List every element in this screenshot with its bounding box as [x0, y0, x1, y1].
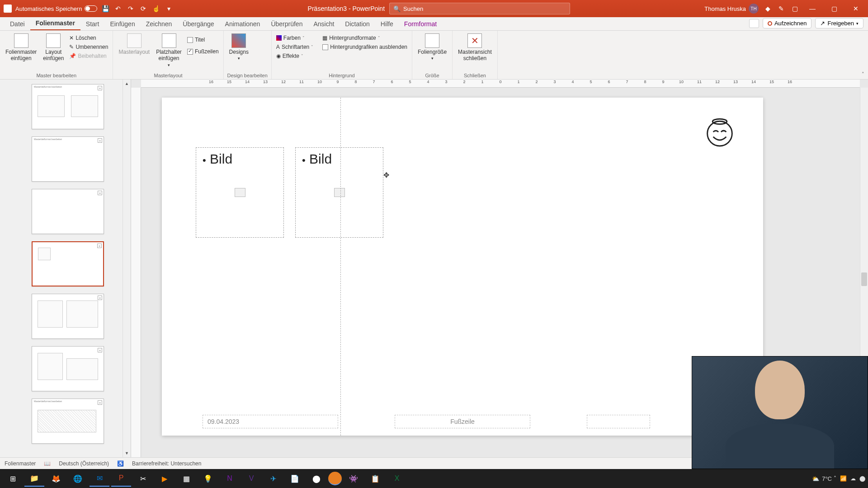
hide-bg-graphics-checkbox[interactable]: Hintergrundgrafiken ausblenden: [321, 43, 408, 51]
scroll-up-icon[interactable]: ▲: [123, 80, 131, 88]
share-button[interactable]: ↗ Freigeben ▾: [815, 18, 863, 28]
avatar: TH: [749, 4, 759, 14]
tab-hilfe[interactable]: Hilfe: [375, 18, 399, 30]
date-placeholder[interactable]: 09.04.2023: [203, 415, 338, 428]
pen-icon[interactable]: ✎: [777, 4, 786, 13]
maximize-button[interactable]: ▢: [826, 2, 843, 15]
start-button[interactable]: ⊞: [3, 470, 23, 487]
app-icon-1[interactable]: ▦: [176, 470, 196, 487]
firefox-icon[interactable]: 🦊: [46, 470, 66, 487]
diamond-icon[interactable]: ◆: [763, 4, 772, 13]
footers-checkbox[interactable]: Fußzeilen: [186, 48, 220, 55]
rename-button[interactable]: ✎Umbenennen: [68, 43, 109, 51]
layout-thumbnail[interactable]: × Mastertitelformat bearbeiten: [32, 84, 104, 129]
tab-folienmaster[interactable]: Folienmaster: [30, 17, 80, 30]
slide-size-button[interactable]: Foliengröße ▾: [416, 33, 448, 62]
delete-button[interactable]: ✕Löschen: [68, 34, 109, 42]
insert-layout-button[interactable]: Layout einfügen: [41, 33, 66, 63]
tray-network-icon[interactable]: 📶: [840, 475, 847, 482]
tray-cloud-icon[interactable]: ☁: [850, 475, 856, 482]
user-account[interactable]: Thomas Hruska TH: [704, 4, 759, 14]
excel-icon[interactable]: X: [387, 470, 407, 487]
status-view[interactable]: Folienmaster: [5, 460, 36, 467]
tray-chevron-icon[interactable]: ˄: [834, 475, 836, 482]
minimize-button[interactable]: —: [804, 2, 821, 15]
tab-dictation[interactable]: Dictation: [340, 18, 375, 30]
autosave-toggle[interactable]: Automatisches Speichern: [15, 5, 97, 12]
group-label-groesse: Größe: [416, 72, 448, 78]
onenote-icon[interactable]: N: [220, 470, 240, 487]
touch-icon[interactable]: ☝: [151, 4, 160, 13]
themes-button[interactable]: Designs ▾: [227, 33, 250, 62]
app-icon-5[interactable]: 📋: [365, 470, 385, 487]
save-icon[interactable]: 💾: [101, 4, 110, 13]
vertical-guide: [340, 98, 341, 436]
tab-einfuegen[interactable]: Einfügen: [104, 18, 140, 30]
snip-icon[interactable]: ✂: [133, 470, 153, 487]
layout-thumbnail[interactable]: ×: [32, 294, 104, 339]
layout-thumbnail[interactable]: × Mastertitelformat bearbeiten: [32, 399, 104, 444]
scroll-down-icon[interactable]: ▼: [123, 449, 131, 457]
background-styles-dropdown[interactable]: ▦Hintergrundformate: [321, 34, 408, 42]
tab-datei[interactable]: Datei: [5, 18, 30, 30]
outlook-icon[interactable]: ✉: [90, 470, 109, 487]
undo-icon[interactable]: ↶: [113, 4, 123, 13]
effects-dropdown[interactable]: ◉Effekte: [275, 52, 314, 60]
colors-dropdown[interactable]: Farben: [275, 34, 314, 42]
record-icon: [768, 21, 772, 26]
svg-point-1: [708, 121, 732, 146]
visualstudio-icon[interactable]: V: [241, 470, 261, 487]
status-spell-icon[interactable]: 📖: [44, 460, 51, 467]
telegram-icon[interactable]: ✈: [263, 470, 283, 487]
tab-formformat[interactable]: Formformat: [399, 18, 442, 30]
insert-placeholder-button[interactable]: Platzhalter einfügen ▾: [154, 33, 184, 69]
close-button[interactable]: ✕: [847, 2, 864, 15]
weather-widget[interactable]: ⛅ 7°C: [812, 475, 832, 482]
title-checkbox[interactable]: Titel: [186, 36, 220, 43]
record-button[interactable]: Aufzeichnen: [763, 18, 812, 28]
group-label-hintergrund: Hintergrund: [275, 72, 408, 78]
layout-thumbnail-selected[interactable]: ×: [32, 241, 104, 286]
repeat-icon[interactable]: ⟳: [139, 4, 148, 13]
delete-icon: ✕: [69, 35, 74, 41]
tab-animationen[interactable]: Animationen: [220, 18, 266, 30]
window-icon[interactable]: ▢: [790, 4, 799, 13]
fonts-dropdown[interactable]: ASchriftarten: [275, 43, 314, 51]
system-tray[interactable]: ˄ 📶 ☁ ⬤: [834, 475, 865, 482]
search-box[interactable]: 🔍 Suchen: [389, 3, 570, 14]
collapse-ribbon-icon[interactable]: ˄: [862, 71, 864, 77]
tray-app-icon[interactable]: ⬤: [859, 475, 865, 482]
tab-ueberpruefen[interactable]: Überprüfen: [265, 18, 308, 30]
redo-icon[interactable]: ↷: [126, 4, 135, 13]
status-language[interactable]: Deutsch (Österreich): [59, 460, 109, 467]
insert-slidemaster-button[interactable]: Folienmaster einfügen: [4, 33, 38, 63]
chrome-icon[interactable]: 🌐: [68, 470, 88, 487]
vlc-icon[interactable]: ▶: [155, 470, 175, 487]
obs-icon[interactable]: ⬤: [307, 470, 326, 487]
discord-icon[interactable]: 👾: [344, 470, 363, 487]
powerpoint-icon[interactable]: P: [111, 470, 131, 487]
thumbnail-scrollbar[interactable]: ▲ ▼: [123, 80, 131, 457]
tab-zeichnen[interactable]: Zeichnen: [141, 18, 178, 30]
picture-placeholder-2[interactable]: • Bild: [295, 147, 383, 238]
tab-ansicht[interactable]: Ansicht: [308, 18, 340, 30]
comments-icon[interactable]: [749, 19, 759, 28]
group-label-schliessen: Schließen: [456, 72, 494, 78]
app-icon-4[interactable]: [328, 472, 342, 485]
tab-start[interactable]: Start: [80, 18, 105, 30]
layout-thumbnail[interactable]: ×: [32, 346, 104, 391]
tab-uebergaenge[interactable]: Übergänge: [177, 18, 219, 30]
explorer-icon[interactable]: 📁: [24, 470, 44, 487]
layout-thumbnail[interactable]: ×: [32, 189, 104, 234]
qat-more-icon[interactable]: ▾: [164, 4, 173, 13]
status-accessibility[interactable]: Barrierefreiheit: Untersuchen: [132, 460, 201, 467]
app-icon-3[interactable]: 📄: [285, 470, 305, 487]
app-icon-2[interactable]: 💡: [198, 470, 218, 487]
slide-thumbnail-panel: × Mastertitelformat bearbeiten × Mastert…: [0, 80, 131, 457]
slidenumber-placeholder[interactable]: [587, 415, 650, 428]
slide-canvas[interactable]: • Bild • Bild ✥ 09.04.2023: [162, 98, 763, 436]
close-master-button[interactable]: ✕ Masteransicht schließen: [456, 33, 494, 63]
picture-placeholder-1[interactable]: • Bild: [196, 147, 284, 238]
layout-thumbnail[interactable]: × Mastertitelformat bearbeiten: [32, 136, 104, 182]
footer-placeholder[interactable]: Fußzeile: [395, 415, 530, 428]
